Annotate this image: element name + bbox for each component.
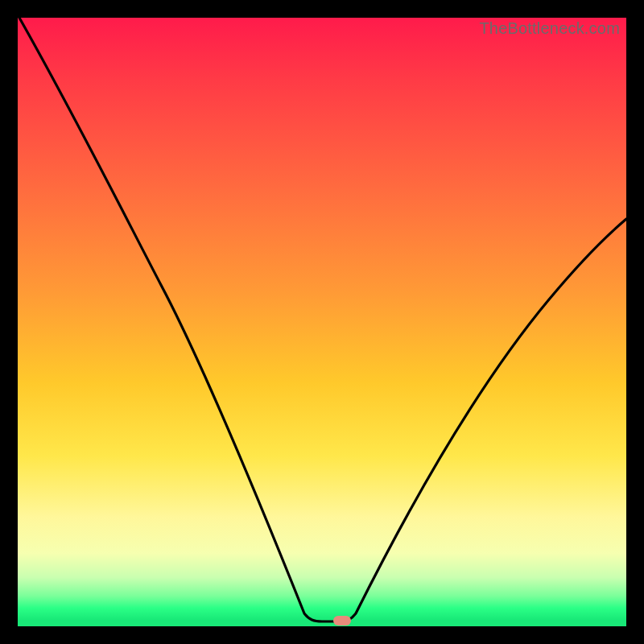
optimum-marker xyxy=(333,616,351,625)
chart-plot-area: TheBottleneck.com xyxy=(18,18,626,626)
bottleneck-curve xyxy=(18,18,626,626)
chart-frame: TheBottleneck.com xyxy=(0,0,644,644)
